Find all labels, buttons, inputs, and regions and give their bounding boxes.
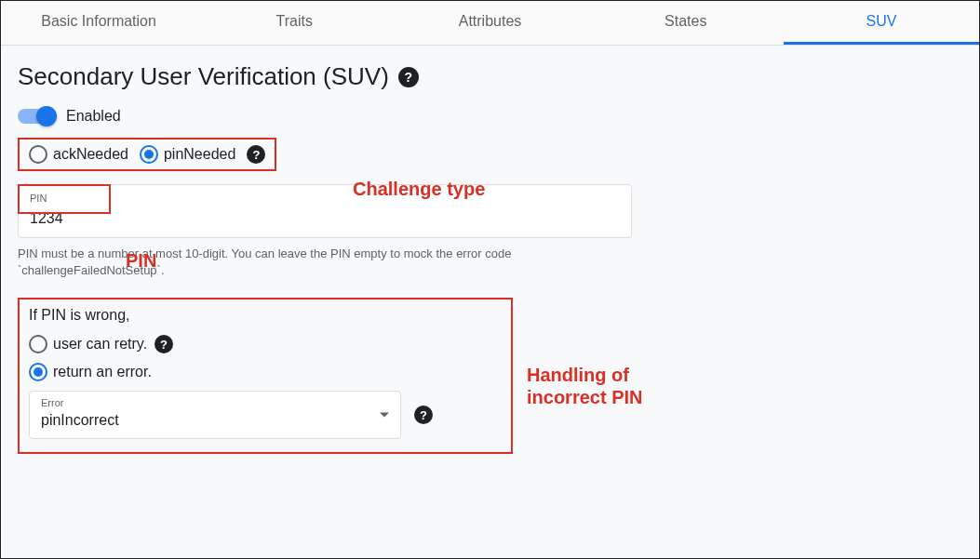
wrong-pin-heading: If PIN is wrong, — [29, 307, 502, 324]
help-icon[interactable]: ? — [398, 67, 419, 87]
tab-traits[interactable]: Traits — [196, 1, 392, 45]
help-icon[interactable]: ? — [247, 145, 265, 164]
page-title: Secondary User Verification (SUV) — [18, 62, 389, 91]
error-select-label: Error — [41, 397, 389, 408]
radio-pinneeded-label: pinNeeded — [164, 146, 235, 163]
pin-helper-text: PIN must be a number at most 10-digit. Y… — [18, 246, 632, 279]
radio-user-can-retry[interactable]: user can retry. — [29, 335, 147, 353]
radio-return-error[interactable]: return an error. — [29, 363, 152, 381]
tab-suv[interactable]: SUV — [784, 1, 979, 45]
error-select-value: pinIncorrect — [41, 412, 389, 429]
pin-value: 1234 — [30, 209, 620, 228]
radio-error-label: return an error. — [53, 364, 152, 380]
help-icon[interactable]: ? — [414, 406, 433, 424]
radio-pinneeded[interactable]: pinNeeded — [140, 145, 235, 164]
challenge-type-group: ackNeeded pinNeeded ? — [18, 138, 276, 171]
tab-attributes[interactable]: Attributes — [392, 1, 587, 45]
enabled-toggle-label: Enabled — [66, 108, 121, 125]
help-icon[interactable]: ? — [154, 335, 173, 353]
tabs-bar: Basic Information Traits Attributes Stat… — [1, 1, 979, 46]
error-select[interactable]: Error pinIncorrect — [29, 391, 401, 439]
radio-ackneeded-label: ackNeeded — [53, 146, 128, 163]
enabled-toggle[interactable] — [18, 109, 55, 124]
tab-basic-information[interactable]: Basic Information — [1, 1, 196, 45]
radio-ackneeded[interactable]: ackNeeded — [29, 145, 128, 164]
wrong-pin-section: If PIN is wrong, user can retry. ? retur… — [18, 298, 513, 454]
chevron-down-icon — [380, 413, 389, 418]
radio-retry-label: user can retry. — [53, 336, 147, 353]
pin-field-label: PIN — [30, 193, 620, 204]
tab-states[interactable]: States — [588, 1, 784, 45]
pin-input[interactable]: PIN 1234 — [18, 184, 632, 238]
